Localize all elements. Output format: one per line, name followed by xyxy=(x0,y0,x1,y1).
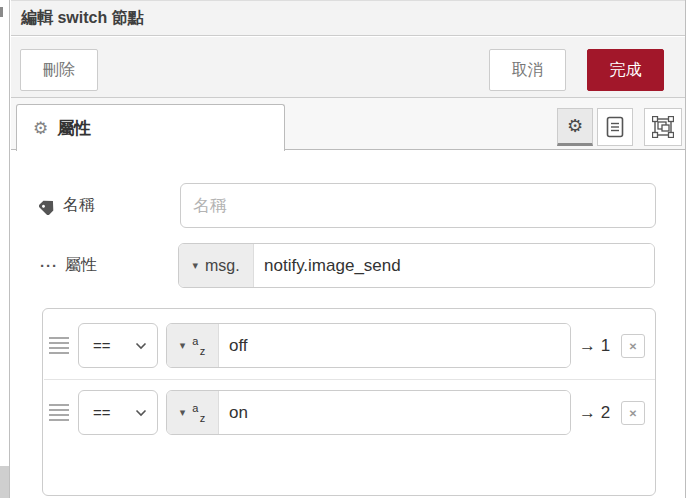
rules-container: == ▾ a z xyxy=(42,308,656,496)
workspace-edge xyxy=(0,0,10,498)
rule-1-typed-input: ▾ a z xyxy=(166,323,571,368)
properties-tab-button[interactable]: ⚙ xyxy=(557,108,593,146)
dialog-body: 名稱 ··· 屬性 ▾ msg. == xyxy=(11,150,685,498)
property-typed-input: ▾ msg. xyxy=(178,243,655,288)
rule-2-typed-input: ▾ a z xyxy=(166,390,571,435)
tag-icon xyxy=(40,198,56,214)
edit-switch-node-dialog: 編輯 switch 節點 刪除 取消 完成 ⚙ 屬性 ⚙ xyxy=(0,0,690,498)
cancel-button[interactable]: 取消 xyxy=(489,49,566,91)
rule-2-operator-select[interactable]: == xyxy=(78,390,158,435)
name-label-text: 名稱 xyxy=(63,195,95,216)
rule-2-remove-button[interactable]: ✕ xyxy=(621,401,645,425)
rule-2-value-input[interactable] xyxy=(219,391,570,434)
rule-divider xyxy=(44,379,655,380)
tab-properties[interactable]: ⚙ 屬性 xyxy=(16,104,285,151)
name-input[interactable] xyxy=(180,183,656,228)
triangle-down-icon: ▾ xyxy=(192,260,198,271)
rule-1-remove-button[interactable]: ✕ xyxy=(621,334,645,358)
property-field-label: ··· 屬性 xyxy=(40,243,97,288)
string-type-az-icon: a z xyxy=(192,402,205,424)
property-type-selector[interactable]: ▾ msg. xyxy=(179,244,254,287)
property-label-text: 屬性 xyxy=(65,255,97,276)
chevron-down-icon xyxy=(135,409,147,417)
rule-2-output-label: → 2 xyxy=(579,390,623,435)
gear-icon: ⚙ xyxy=(33,120,48,137)
property-type-label: msg. xyxy=(205,257,240,275)
ellipsis-icon: ··· xyxy=(40,257,58,274)
tray-right-border xyxy=(685,0,686,498)
dialog-title: 編輯 switch 節點 xyxy=(21,8,144,29)
rule-1-value-input[interactable] xyxy=(219,324,570,367)
rule-2-operator-value: == xyxy=(93,404,111,421)
delete-button[interactable]: 刪除 xyxy=(20,49,98,91)
document-icon xyxy=(606,116,624,138)
tab-bar: ⚙ 屬性 ⚙ xyxy=(11,98,685,150)
chevron-down-icon xyxy=(135,342,147,350)
dialog-toolbar: 刪除 取消 完成 xyxy=(11,37,685,98)
tab-properties-label: 屬性 xyxy=(57,117,91,140)
rule-1-operator-value: == xyxy=(93,337,111,354)
property-value-input[interactable] xyxy=(254,244,654,287)
workspace-artifact xyxy=(0,7,3,17)
workspace-artifact-bottom xyxy=(0,466,9,498)
done-button[interactable]: 完成 xyxy=(587,49,664,91)
dialog-header: 編輯 switch 節點 xyxy=(11,0,685,36)
rule-2-type-selector[interactable]: ▾ a z xyxy=(167,391,219,434)
string-type-az-icon: a z xyxy=(192,335,205,357)
object-group-icon xyxy=(652,116,674,138)
rule-1-output-label: → 1 xyxy=(579,323,623,368)
drag-handle-icon[interactable] xyxy=(49,404,69,421)
name-field-label: 名稱 xyxy=(40,183,95,228)
gear-icon: ⚙ xyxy=(567,115,583,137)
rule-1-operator-select[interactable]: == xyxy=(78,323,158,368)
rule-1-type-selector[interactable]: ▾ a z xyxy=(167,324,219,367)
triangle-down-icon: ▾ xyxy=(180,407,186,418)
triangle-down-icon: ▾ xyxy=(180,340,186,351)
description-tab-button[interactable] xyxy=(597,108,633,146)
drag-handle-icon[interactable] xyxy=(49,337,69,354)
appearance-tab-button[interactable] xyxy=(644,108,682,146)
